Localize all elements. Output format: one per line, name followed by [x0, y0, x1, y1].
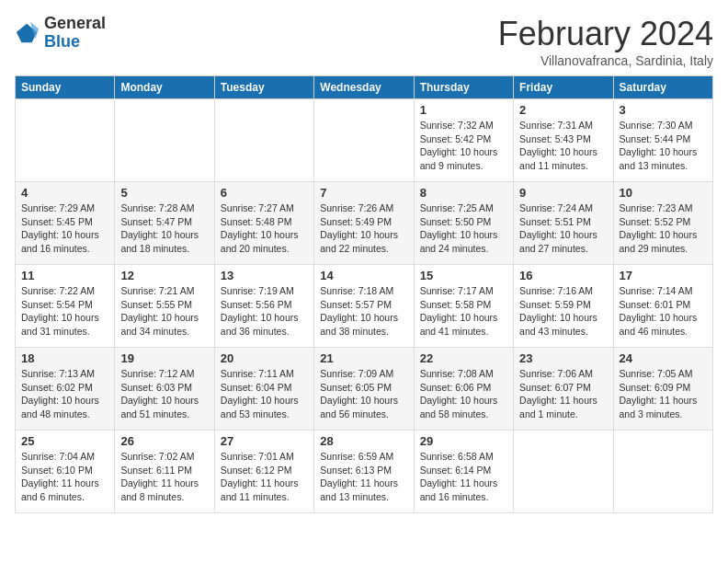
day-info: Sunrise: 7:27 AMSunset: 5:48 PMDaylight:…	[221, 201, 308, 256]
day-info: Sunrise: 7:22 AMSunset: 5:54 PMDaylight:…	[21, 284, 108, 339]
day-cell: 24 Sunrise: 7:05 AMSunset: 6:09 PMDaylig…	[613, 348, 712, 431]
day-header-sunday: Sunday	[16, 76, 115, 99]
day-number: 18	[21, 351, 108, 365]
day-number: 24	[620, 351, 707, 365]
day-cell: 12 Sunrise: 7:21 AMSunset: 5:55 PMDaylig…	[115, 265, 214, 348]
week-row-4: 18 Sunrise: 7:13 AMSunset: 6:02 PMDaylig…	[16, 348, 713, 431]
day-cell: 5 Sunrise: 7:28 AMSunset: 5:47 PMDayligh…	[115, 182, 214, 265]
day-info: Sunrise: 7:02 AMSunset: 6:11 PMDaylight:…	[120, 450, 208, 504]
day-cell: 14 Sunrise: 7:18 AMSunset: 5:57 PMDaylig…	[314, 265, 414, 348]
day-cell: 19 Sunrise: 7:12 AMSunset: 6:03 PMDaylig…	[115, 348, 214, 431]
day-number: 8	[420, 186, 507, 200]
day-cell	[16, 99, 115, 182]
day-cell	[514, 431, 613, 513]
day-header-thursday: Thursday	[414, 76, 513, 99]
day-number: 28	[320, 434, 407, 448]
header: General Blue February 2024 Villanovafran…	[15, 15, 713, 68]
logo-icon	[15, 20, 40, 46]
day-info: Sunrise: 7:13 AMSunset: 6:02 PMDaylight:…	[21, 367, 108, 421]
day-header-wednesday: Wednesday	[314, 76, 414, 99]
week-row-1: 1 Sunrise: 7:32 AMSunset: 5:42 PMDayligh…	[16, 99, 713, 182]
day-cell: 27 Sunrise: 7:01 AMSunset: 6:12 PMDaylig…	[214, 431, 313, 513]
day-cell: 17 Sunrise: 7:14 AMSunset: 6:01 PMDaylig…	[613, 265, 712, 348]
day-info: Sunrise: 7:26 AMSunset: 5:49 PMDaylight:…	[320, 201, 407, 256]
day-number: 6	[221, 186, 308, 200]
day-info: Sunrise: 7:16 AMSunset: 5:59 PMDaylight:…	[519, 284, 607, 339]
subtitle: Villanovafranca, Sardinia, Italy	[498, 53, 713, 68]
day-info: Sunrise: 7:09 AMSunset: 6:05 PMDaylight:…	[320, 367, 407, 421]
day-number: 5	[120, 186, 208, 200]
day-cell: 15 Sunrise: 7:17 AMSunset: 5:58 PMDaylig…	[414, 265, 513, 348]
day-info: Sunrise: 7:29 AMSunset: 5:45 PMDaylight:…	[21, 201, 108, 256]
day-number: 11	[21, 269, 108, 282]
day-info: Sunrise: 7:17 AMSunset: 5:58 PMDaylight:…	[420, 284, 507, 339]
day-number: 16	[519, 269, 607, 282]
day-number: 22	[420, 351, 507, 365]
calendar-table: SundayMondayTuesdayWednesdayThursdayFrid…	[15, 75, 713, 513]
day-number: 9	[519, 186, 607, 200]
day-cell: 13 Sunrise: 7:19 AMSunset: 5:56 PMDaylig…	[214, 265, 313, 348]
day-info: Sunrise: 7:31 AMSunset: 5:43 PMDaylight:…	[519, 119, 607, 173]
day-number: 3	[620, 103, 707, 117]
day-number: 20	[221, 351, 308, 365]
day-cell: 22 Sunrise: 7:08 AMSunset: 6:06 PMDaylig…	[414, 348, 513, 431]
day-info: Sunrise: 7:28 AMSunset: 5:47 PMDaylight:…	[120, 201, 208, 256]
day-cell: 11 Sunrise: 7:22 AMSunset: 5:54 PMDaylig…	[16, 265, 115, 348]
month-title: February 2024	[498, 15, 713, 53]
day-info: Sunrise: 7:30 AMSunset: 5:44 PMDaylight:…	[620, 119, 707, 173]
day-number: 13	[221, 269, 308, 282]
day-number: 7	[320, 186, 407, 200]
day-cell: 6 Sunrise: 7:27 AMSunset: 5:48 PMDayligh…	[214, 182, 313, 265]
day-info: Sunrise: 7:14 AMSunset: 6:01 PMDaylight:…	[620, 284, 707, 339]
day-cell: 28 Sunrise: 6:59 AMSunset: 6:13 PMDaylig…	[314, 431, 414, 513]
day-cell	[115, 99, 214, 182]
day-info: Sunrise: 7:23 AMSunset: 5:52 PMDaylight:…	[620, 201, 707, 256]
logo-general: General	[44, 15, 106, 33]
week-row-2: 4 Sunrise: 7:29 AMSunset: 5:45 PMDayligh…	[16, 182, 713, 265]
day-number: 4	[21, 186, 108, 200]
day-info: Sunrise: 6:58 AMSunset: 6:14 PMDaylight:…	[420, 450, 507, 504]
day-info: Sunrise: 7:11 AMSunset: 6:04 PMDaylight:…	[221, 367, 308, 421]
day-info: Sunrise: 7:06 AMSunset: 6:07 PMDaylight:…	[519, 367, 607, 421]
day-cell: 23 Sunrise: 7:06 AMSunset: 6:07 PMDaylig…	[514, 348, 613, 431]
day-info: Sunrise: 7:05 AMSunset: 6:09 PMDaylight:…	[620, 367, 707, 421]
day-cell: 8 Sunrise: 7:25 AMSunset: 5:50 PMDayligh…	[414, 182, 513, 265]
day-cell: 29 Sunrise: 6:58 AMSunset: 6:14 PMDaylig…	[414, 431, 513, 513]
day-number: 25	[21, 434, 108, 448]
day-cell: 3 Sunrise: 7:30 AMSunset: 5:44 PMDayligh…	[613, 99, 712, 182]
day-header-friday: Friday	[514, 76, 613, 99]
day-number: 14	[320, 269, 407, 282]
day-cell: 4 Sunrise: 7:29 AMSunset: 5:45 PMDayligh…	[16, 182, 115, 265]
day-number: 29	[420, 434, 507, 448]
day-number: 23	[519, 351, 607, 365]
day-cell: 26 Sunrise: 7:02 AMSunset: 6:11 PMDaylig…	[115, 431, 214, 513]
day-cell: 18 Sunrise: 7:13 AMSunset: 6:02 PMDaylig…	[16, 348, 115, 431]
day-info: Sunrise: 6:59 AMSunset: 6:13 PMDaylight:…	[320, 450, 407, 504]
day-info: Sunrise: 7:19 AMSunset: 5:56 PMDaylight:…	[221, 284, 308, 339]
day-header-monday: Monday	[115, 76, 214, 99]
day-number: 27	[221, 434, 308, 448]
day-cell: 21 Sunrise: 7:09 AMSunset: 6:05 PMDaylig…	[314, 348, 414, 431]
logo-blue-text: Blue	[44, 33, 106, 52]
day-info: Sunrise: 7:04 AMSunset: 6:10 PMDaylight:…	[21, 450, 108, 504]
day-info: Sunrise: 7:01 AMSunset: 6:12 PMDaylight:…	[221, 450, 308, 504]
day-cell: 20 Sunrise: 7:11 AMSunset: 6:04 PMDaylig…	[214, 348, 313, 431]
day-cell: 16 Sunrise: 7:16 AMSunset: 5:59 PMDaylig…	[514, 265, 613, 348]
day-number: 12	[120, 269, 208, 282]
week-row-3: 11 Sunrise: 7:22 AMSunset: 5:54 PMDaylig…	[16, 265, 713, 348]
day-number: 26	[120, 434, 208, 448]
day-info: Sunrise: 7:25 AMSunset: 5:50 PMDaylight:…	[420, 201, 507, 256]
day-cell	[613, 431, 712, 513]
day-number: 2	[519, 103, 607, 117]
day-info: Sunrise: 7:24 AMSunset: 5:51 PMDaylight:…	[519, 201, 607, 256]
day-info: Sunrise: 7:21 AMSunset: 5:55 PMDaylight:…	[120, 284, 208, 339]
title-area: February 2024 Villanovafranca, Sardinia,…	[498, 15, 713, 68]
day-header-saturday: Saturday	[613, 76, 712, 99]
day-number: 17	[620, 269, 707, 282]
header-row: SundayMondayTuesdayWednesdayThursdayFrid…	[16, 76, 713, 99]
day-cell	[314, 99, 414, 182]
day-number: 1	[420, 103, 507, 117]
day-info: Sunrise: 7:32 AMSunset: 5:42 PMDaylight:…	[420, 119, 507, 173]
day-number: 15	[420, 269, 507, 282]
logo-text: General Blue	[44, 15, 106, 52]
